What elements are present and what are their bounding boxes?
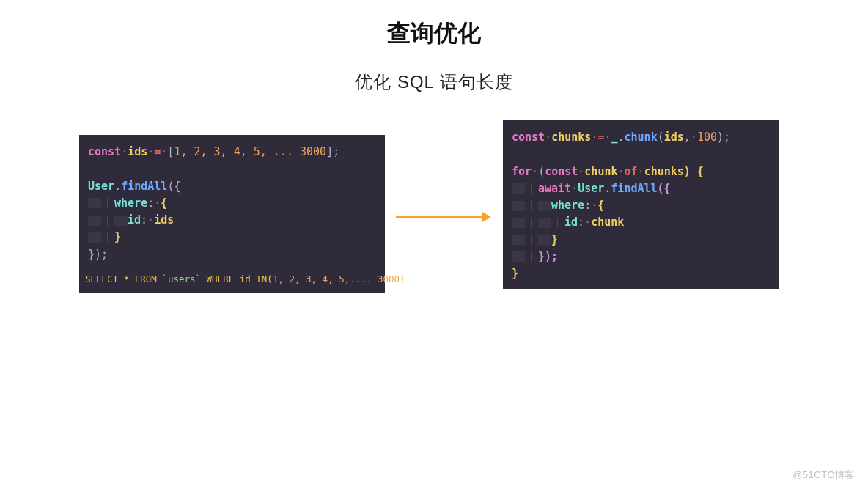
- comparison-stage: const·ids·=·[1, 2, 3, 4, 5, ... 3000]; U…: [0, 120, 868, 428]
- code-block-before: const·ids·=·[1, 2, 3, 4, 5, ... 3000]; U…: [79, 135, 385, 293]
- code-before-body: const·ids·=·[1, 2, 3, 4, 5, ... 3000]; U…: [79, 135, 385, 269]
- page-subtitle: 优化 SQL 语句长度: [0, 70, 868, 94]
- watermark-text: @51CTO博客: [792, 468, 855, 482]
- code-after-body: const·chunks·=·_.chunk(ids,·100); for·(c…: [503, 120, 779, 288]
- arrow-icon: [396, 212, 491, 222]
- code-before-sql: SELECT * FROM `users` WHERE id IN(1, 2, …: [79, 269, 385, 290]
- code-block-after: const·chunks·=·_.chunk(ids,·100); for·(c…: [503, 120, 779, 289]
- page-title: 查询优化: [0, 18, 868, 50]
